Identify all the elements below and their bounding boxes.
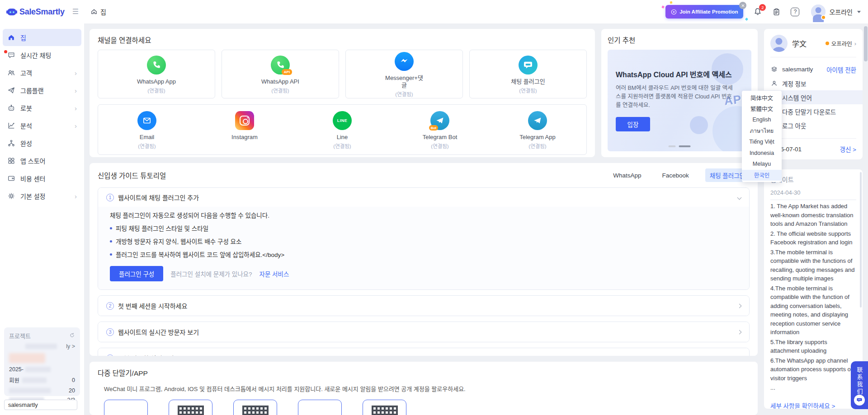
blurred-plan-badge <box>9 353 45 363</box>
logout-item[interactable]: 로그 아웃 <box>770 118 856 132</box>
tutorial-step-1-body: 채팅 플러그인이 자동으로 생성되어 다음을 수행할 수 있습니다. 피팅 채팅… <box>98 207 749 289</box>
api-badge: API <box>282 69 292 75</box>
channel-status: (연결됨) <box>138 142 156 149</box>
notifications-button[interactable]: 2 <box>753 7 762 16</box>
channel-card-instagram[interactable]: Instagram <box>215 111 274 149</box>
sidebar-item-customers[interactable]: 고객 › <box>3 64 81 81</box>
workspace-name-text: salesmartly <box>8 401 38 408</box>
affiliate-promo-button[interactable]: Join Affiliate Promotion ✕ <box>665 5 743 19</box>
affiliate-promo-label: Join Affiliate Promotion <box>679 9 738 14</box>
user-status-toggle[interactable]: 오프라인 › <box>826 39 856 48</box>
updates-date: 2024-04-30 <box>770 189 856 196</box>
updates-detail-link[interactable]: 세부 사항을 확인하세요 > <box>770 401 856 409</box>
chevron-right-icon: › <box>75 192 77 200</box>
scrollbar-thumb[interactable] <box>860 172 862 308</box>
project-name-link[interactable]: ly > <box>66 343 75 350</box>
carousel-dot-active[interactable] <box>679 145 691 147</box>
configure-plugin-button[interactable]: 플러그인 구성 <box>110 266 163 281</box>
channel-card-chat-plugin[interactable]: 채팅 플러그인 (연결됨) <box>469 50 587 98</box>
sidebar-item-analytics[interactable]: 분석 › <box>3 117 81 134</box>
home-breadcrumb-icon <box>90 8 98 15</box>
tutorial-step-1: 1 웹사이트에 채팅 플러그인 추가 채팅 플러그인이 자동으로 생성되어 다음… <box>98 187 750 290</box>
switch-project-link[interactable]: 아이템 전환 <box>826 65 856 74</box>
sidebar-item-label: 로봇 <box>20 103 32 112</box>
download-card-desktop[interactable] <box>298 400 342 415</box>
tutorial-step-2-header[interactable]: 2 첫 번째 세션을 시작하세요 <box>98 296 749 316</box>
update-item: 1. The App Market has added well-known d… <box>770 202 856 228</box>
workspace-name-field[interactable]: salesmartly <box>4 400 77 410</box>
apps-icon <box>7 157 15 165</box>
channel-card-telegram-app[interactable]: Telegram App (연결됨) <box>508 111 567 149</box>
chevron-right-icon: › <box>75 122 77 130</box>
language-option-vi[interactable]: Tiếng Việt <box>742 136 782 148</box>
channel-label: 채팅 플러그인 <box>511 78 545 85</box>
channel-card-email[interactable]: Email (연결됨) <box>118 111 176 149</box>
sidebar-item-home[interactable]: 집 <box>3 29 81 46</box>
channel-card-messenger[interactable]: Messenger+댓글 (연결됨) <box>345 50 463 98</box>
language-option-th[interactable]: ภาษาไทย <box>742 126 782 137</box>
renew-link[interactable]: 갱신 > <box>840 145 856 154</box>
consult-service-link[interactable]: 자문 서비스 <box>259 269 289 278</box>
main-area: 채널을 연결하세요 WhatsApp App (연결됨) API WhatsAp… <box>84 23 868 415</box>
sidebar-item-robot[interactable]: 로봇 › <box>3 99 81 117</box>
person-icon <box>770 80 778 87</box>
status-label: 오프라인 <box>831 39 852 48</box>
channel-card-whatsapp-api[interactable]: API WhatsApp API (연결됨) <box>222 50 339 98</box>
flow-icon <box>7 139 15 147</box>
robot-icon <box>7 104 15 112</box>
step-number: 1 <box>106 194 114 201</box>
tutorial-step-4-header[interactable]: 4 로봇 자동화 살펴보기 <box>98 348 749 356</box>
channel-card-line[interactable]: LINE Line (연결됨) <box>313 111 372 149</box>
contact-us-widget[interactable]: 联系我们 <box>851 361 868 409</box>
help-button[interactable]: ? <box>791 8 799 16</box>
sidebar-item-livechat[interactable]: 실시간 채팅 <box>3 47 81 64</box>
download-card-qr-ios[interactable] <box>233 400 277 415</box>
chevron-right-icon: › <box>75 104 77 112</box>
sidebar-item-appstore[interactable]: 앱 스토어 <box>3 152 81 169</box>
sidebar-item-label: 실시간 채팅 <box>20 51 51 60</box>
sidebar-item-billing[interactable]: 비용 센터 <box>3 170 81 187</box>
channel-card-telegram-bot[interactable]: Bot Telegram Bot (연결됨) <box>410 111 469 149</box>
channel-status: (연결됨) <box>395 90 413 97</box>
account-info-item[interactable]: 계정 정보 <box>770 76 856 90</box>
user-menu[interactable]: 오프라인 <box>811 5 861 19</box>
language-option-ms[interactable]: Melayu <box>742 159 782 170</box>
chevron-down-icon <box>857 11 861 13</box>
download-card-app[interactable] <box>104 400 148 415</box>
language-option-zh-cn[interactable]: 简体中文 <box>742 92 782 103</box>
language-option-id[interactable]: Indonesia <box>742 148 782 159</box>
language-option-ko-selected[interactable]: 한국인 <box>742 170 782 181</box>
banner-description: 여러 BM에서 클라우드 API 번호에 대한 일괄 액세스를 지원하려면 플랫… <box>616 84 734 110</box>
refresh-icon[interactable] <box>69 332 75 340</box>
sidebar-item-flows[interactable]: 완성 <box>3 135 81 152</box>
close-icon[interactable]: ✕ <box>739 2 746 9</box>
language-option-en[interactable]: English <box>742 114 782 126</box>
channel-label: Telegram Bot <box>423 134 458 141</box>
user-name: 学文 <box>792 38 807 49</box>
tasks-button[interactable] <box>772 8 781 16</box>
download-card-qr-android[interactable] <box>169 400 212 415</box>
banner-decor <box>690 116 708 134</box>
enter-button[interactable]: 입장 <box>616 117 650 131</box>
carousel-dot[interactable] <box>669 145 676 147</box>
channel-status: (연결됨) <box>431 142 448 149</box>
step-number: 4 <box>106 354 114 356</box>
logo-text: SaleSmartly <box>19 7 65 17</box>
sidebar-item-groupplan[interactable]: 그룹플랜 › <box>3 82 81 99</box>
bot-badge: Bot <box>429 125 438 131</box>
multi-device-download-item[interactable]: 다중 단말기 다운로드 <box>770 104 856 118</box>
channel-label: Email <box>140 134 155 141</box>
collapse-sidebar-icon[interactable]: ☰ <box>72 8 79 15</box>
sidebar-item-settings[interactable]: 기본 설정 › <box>3 187 81 205</box>
confetti-decor <box>661 5 665 9</box>
gear-icon <box>7 192 15 200</box>
tutorial-step-1-header[interactable]: 1 웹사이트에 채팅 플러그인 추가 <box>98 188 749 207</box>
language-option-zh-tw[interactable]: 繁體中文 <box>742 103 782 115</box>
tab-facebook[interactable]: Facebook <box>657 170 693 181</box>
page-scrollbar[interactable] <box>864 26 868 61</box>
tab-whatsapp[interactable]: WhatsApp <box>609 170 646 181</box>
channel-card-whatsapp-app[interactable]: WhatsApp App (연결됨) <box>98 50 215 98</box>
download-card-qr-wechat[interactable] <box>363 400 406 415</box>
tutorial-step-3-header[interactable]: 3 웹사이트의 실시간 방문자 보기 <box>98 322 749 342</box>
banner-title: WhatsApp Cloud API 번호에 액세스 <box>616 69 744 79</box>
